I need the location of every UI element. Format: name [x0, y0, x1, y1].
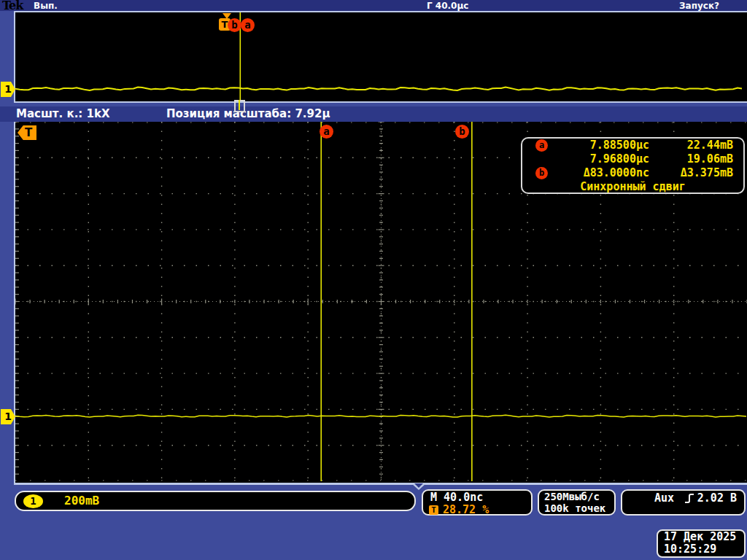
horizontal-status-box[interactable]: M 40.0nс T 28.72 %: [422, 489, 533, 516]
trigger-position-row: T 28.72 %: [429, 503, 489, 516]
cursor-b-time: 7.96800µс: [556, 152, 649, 166]
acquisition-status: Вып.: [34, 1, 58, 11]
channel1-marker-overview[interactable]: 1: [1, 82, 15, 97]
aux-trigger-row: Aux 2.02 В: [622, 491, 744, 505]
cursor-a-badge-overview[interactable]: a: [241, 18, 255, 32]
horizontal-delay-readout: Г 40.0µс: [427, 1, 468, 11]
aux-level-value: 2.02 В: [697, 491, 737, 505]
top-status-bar: Tek Вып. Г 40.0µс Запуск?: [0, 0, 747, 11]
channel1-badge: 1: [23, 494, 43, 508]
cursor-a-time: 7.88500µс: [556, 139, 649, 152]
zoom-scale-factor: Масшт. к.: 1kX: [16, 107, 110, 120]
record-length: 100k точек: [544, 502, 614, 514]
expansion-point-notch-inner: [414, 483, 423, 488]
readout-row-b: b Δ83.0000nс Δ3.375mВ: [522, 166, 743, 180]
channel1-marker-main[interactable]: 1: [1, 409, 15, 424]
date-readout: 17 Дек 2025: [664, 531, 744, 543]
readout-b-badge: b: [535, 167, 548, 179]
zoom-window-line: [239, 100, 240, 110]
readout-row-mid: 7.96800µс 19.06mВ: [522, 152, 743, 166]
timebase-readout: M 40.0nс: [430, 491, 483, 504]
acquisition-status-box[interactable]: 250Мвыб/с 100k точек: [538, 489, 616, 516]
aux-trigger-box[interactable]: Aux 2.02 В: [621, 489, 746, 516]
sample-rate: 250Мвыб/с: [544, 491, 614, 502]
cursor-readout-box: a 7.88500µс 22.44mВ 7.96800µс 19.06mВ b …: [521, 137, 745, 194]
aux-label: Aux: [654, 491, 674, 505]
cursor-delta-time: Δ83.0000nс: [556, 166, 649, 180]
cursor-delta-voltage: Δ3.375mВ: [649, 166, 743, 180]
trigger-t-icon: T: [429, 505, 438, 515]
waveform-overview-pane: T b a: [14, 11, 747, 103]
cursor-b-voltage: 19.06mВ: [649, 152, 743, 166]
zoom-scale-position: Позиция масштаба: 7.92µ: [166, 107, 330, 120]
trigger-position-readout: 28.72 %: [443, 503, 489, 516]
readout-row-a: a 7.88500µс 22.44mВ: [522, 139, 743, 152]
cursor-a-badge[interactable]: a: [320, 125, 333, 139]
channel1-status-box[interactable]: 1 200mВ: [15, 491, 416, 511]
readout-a-badge: a: [535, 139, 548, 152]
zoom-scale-bar: Масшт. к.: 1kX Позиция масштаба: 7.92µ: [0, 106, 747, 122]
time-readout: 10:25:29: [664, 543, 744, 556]
oscilloscope-screen: Tek Вып. Г 40.0µс Запуск? T b a 1 Масшт.…: [0, 0, 747, 560]
datetime-box: 17 Дек 2025 10:25:29: [657, 529, 746, 558]
main-graticule-pane: T a b a 7.88500µс 22.44mВ 7.96800µс 19.0…: [14, 122, 747, 485]
cursor-b-badge[interactable]: b: [455, 125, 469, 139]
trigger-status: Запуск?: [679, 1, 719, 11]
cursor-b-badge-overview[interactable]: b: [228, 18, 241, 32]
rising-edge-icon: [684, 492, 694, 505]
overview-trace-plot: [15, 12, 746, 101]
cursor-a-voltage: 22.44mВ: [649, 139, 743, 152]
cursor-mode-caption: Синхронный сдвиг: [522, 180, 743, 194]
channel1-scale: 200mВ: [64, 494, 99, 508]
